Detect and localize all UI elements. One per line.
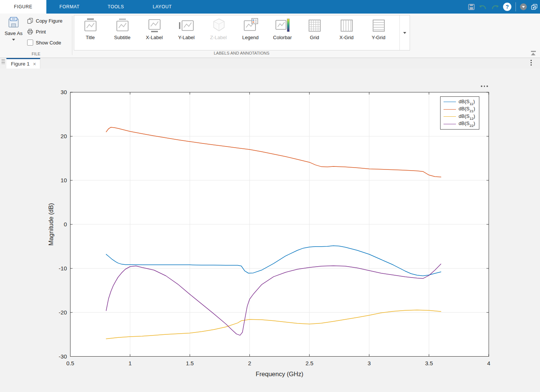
colorbar-button[interactable]: Colorbar bbox=[266, 15, 298, 50]
legend-entry[interactable]: dB(S11) bbox=[444, 98, 475, 106]
colorbar-label: Colorbar bbox=[273, 35, 292, 40]
grid-button[interactable]: Grid bbox=[298, 15, 330, 50]
legend-label: dB(S21) bbox=[459, 106, 475, 113]
legend[interactable]: dB(S11)dB(S21)dB(S12)dB(S22) bbox=[440, 96, 479, 130]
file-section-label: FILE bbox=[0, 52, 72, 56]
collapse-ribbon-button[interactable] bbox=[530, 51, 537, 55]
axes-toolbar-ellipsis[interactable] bbox=[479, 84, 490, 88]
show-code-label: Show Code bbox=[36, 40, 61, 46]
y-tick-label: 0 bbox=[64, 221, 67, 227]
y-label-icon bbox=[178, 17, 195, 34]
title-label: Title bbox=[86, 35, 95, 40]
gallery-caret-icon bbox=[403, 32, 406, 34]
save-as-button[interactable]: Save As bbox=[3, 17, 24, 54]
title-icon bbox=[82, 17, 99, 34]
x-grid-icon bbox=[338, 17, 355, 34]
quickbar-separator bbox=[516, 2, 516, 11]
grid-icon bbox=[306, 17, 323, 34]
z-label-icon bbox=[210, 17, 227, 34]
subtitle-icon bbox=[114, 17, 131, 34]
legend-swatch bbox=[444, 124, 456, 124]
y-grid-button[interactable]: Y-Grid bbox=[363, 15, 395, 50]
tab-tools[interactable]: TOOLS bbox=[93, 0, 139, 14]
show-code-checkbox[interactable]: Show Code bbox=[27, 39, 63, 46]
legend-swatch bbox=[444, 102, 456, 102]
collapse-bar-icon bbox=[531, 51, 536, 52]
save-as-icon bbox=[8, 17, 20, 28]
legend-button[interactable]: Legend bbox=[234, 15, 266, 50]
legend-entry[interactable]: dB(S12) bbox=[444, 113, 475, 120]
y-label-button[interactable]: Y-Label bbox=[170, 15, 202, 50]
y-tick-label: 30 bbox=[61, 89, 67, 95]
quick-access-bar: ? bbox=[468, 0, 538, 14]
save-as-label: Save As bbox=[5, 31, 23, 36]
x-grid-label: X-Grid bbox=[340, 35, 354, 40]
x-label-label: X-Label bbox=[146, 35, 163, 40]
z-label-label: Z-Label bbox=[210, 35, 226, 40]
undock-icon[interactable] bbox=[531, 4, 538, 10]
legend-entry[interactable]: dB(S21) bbox=[444, 106, 475, 113]
tab-layout[interactable]: LAYOUT bbox=[139, 0, 185, 14]
print-icon bbox=[27, 29, 33, 35]
tab-figure[interactable]: FIGURE bbox=[0, 0, 46, 14]
y-axis-label: Magnitude (dB) bbox=[47, 203, 54, 246]
subtitle-button[interactable]: Subtitle bbox=[106, 15, 138, 50]
y-tick-label: -20 bbox=[59, 309, 67, 316]
tab-format[interactable]: FORMAT bbox=[46, 0, 93, 14]
redo-icon[interactable] bbox=[491, 4, 499, 10]
y-tick-label: 10 bbox=[61, 177, 67, 183]
matlab-figure-window: FIGURE FORMAT TOOLS LAYOUT bbox=[0, 0, 540, 392]
x-tick-label: 3 bbox=[368, 360, 371, 366]
x-tick-label: 2.5 bbox=[306, 360, 314, 366]
labels-annotations-group: Title Subtitle bbox=[74, 15, 410, 50]
save-as-caret-icon bbox=[12, 39, 15, 41]
x-axis-label: Frequency (GHz) bbox=[255, 371, 303, 377]
close-icon[interactable]: × bbox=[33, 61, 36, 67]
file-section: Save As Copy Figure bbox=[0, 14, 72, 58]
legend-swatch bbox=[444, 116, 456, 117]
colorbar-icon bbox=[274, 17, 291, 34]
y-tick-label: -30 bbox=[59, 353, 67, 360]
print-label: Print bbox=[36, 29, 46, 35]
y-grid-icon bbox=[370, 17, 387, 34]
x-tick-label: 1 bbox=[128, 360, 132, 366]
tab-options-icon[interactable] bbox=[531, 60, 532, 66]
subtitle-label: Subtitle bbox=[114, 35, 130, 40]
quickbar-dropdown-icon[interactable] bbox=[520, 3, 527, 10]
legend-label: dB(S12) bbox=[459, 113, 475, 120]
save-icon[interactable] bbox=[468, 4, 475, 10]
grid-label: Grid bbox=[310, 35, 319, 40]
x-tick-label: 0.5 bbox=[66, 360, 74, 366]
y-label-label: Y-Label bbox=[178, 35, 195, 40]
figure-tab-bar: Figure 1 × bbox=[0, 58, 540, 69]
x-tick-label: 2 bbox=[248, 360, 251, 366]
legend-label: dB(S11) bbox=[459, 99, 475, 105]
legend-swatch bbox=[444, 109, 456, 110]
ribbon: Save As Copy Figure bbox=[0, 14, 540, 58]
legend-icon bbox=[242, 17, 259, 34]
x-grid-button[interactable]: X-Grid bbox=[330, 15, 363, 50]
x-tick-label: 1.5 bbox=[186, 360, 194, 366]
x-label-icon bbox=[146, 17, 163, 34]
checkbox-icon bbox=[27, 40, 33, 46]
figure-tab[interactable]: Figure 1 × bbox=[6, 58, 40, 69]
section-divider bbox=[72, 16, 72, 55]
print-button[interactable]: Print bbox=[27, 28, 63, 35]
copy-figure-button[interactable]: Copy Figure bbox=[27, 17, 63, 24]
legend-label: Legend bbox=[242, 35, 259, 40]
collapse-arrow-icon bbox=[531, 53, 535, 55]
y-tick-label: -10 bbox=[59, 265, 67, 272]
x-tick-labels: 0.511.522.533.54 bbox=[66, 360, 490, 366]
legend-label: dB(S22) bbox=[459, 120, 475, 127]
title-button[interactable]: Title bbox=[74, 15, 106, 50]
gallery-expand-button[interactable] bbox=[399, 15, 410, 50]
copy-icon bbox=[27, 18, 33, 24]
x-tick-label: 3.5 bbox=[425, 360, 433, 366]
undo-icon[interactable] bbox=[479, 4, 487, 10]
y-tick-label: 20 bbox=[61, 133, 67, 139]
legend-entry[interactable]: dB(S22) bbox=[444, 120, 475, 128]
x-label-button[interactable]: X-Label bbox=[138, 15, 170, 50]
help-icon[interactable]: ? bbox=[503, 3, 511, 11]
y-grid-label: Y-Grid bbox=[372, 35, 385, 40]
copy-figure-label: Copy Figure bbox=[36, 18, 63, 24]
